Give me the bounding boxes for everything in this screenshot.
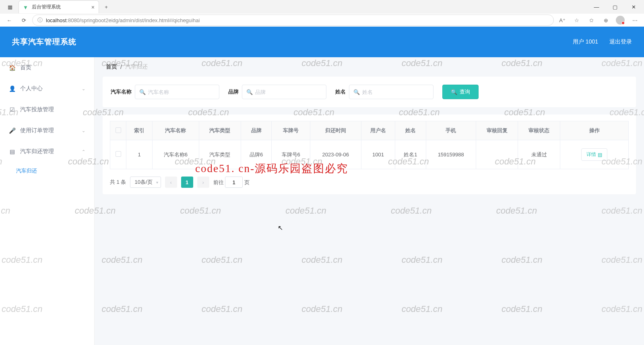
breadcrumb-home[interactable]: 首页 — [106, 63, 117, 71]
chevron-down-icon: ⌄ — [82, 128, 85, 133]
sidebar-item-label: 个人中心 — [20, 85, 43, 92]
data-table: 索引 汽车名称 汽车类型 品牌 车牌号 归还时间 用户名 姓名 手机 审核回复 … — [110, 121, 629, 169]
doc-icon: ▤ — [598, 152, 602, 158]
cell-cust-name: 姓名1 — [395, 140, 426, 169]
th-index: 索引 — [126, 121, 153, 140]
th-car-name: 汽车名称 — [153, 121, 199, 140]
maximize-icon[interactable]: ▢ — [606, 1, 624, 13]
info-icon: ⓘ — [37, 17, 43, 24]
table-header-row: 索引 汽车名称 汽车类型 品牌 车牌号 归还时间 用户名 姓名 手机 审核回复 … — [110, 121, 629, 140]
search-icon: 🔍 — [246, 89, 253, 95]
person-icon: 👤 — [9, 85, 15, 92]
search-icon: 🔍 — [139, 89, 146, 95]
mic-icon: 🎤 — [9, 127, 15, 134]
sidebar-toggle-icon[interactable]: ▦ — [6, 3, 14, 10]
more-icon[interactable]: ⋯ — [629, 15, 641, 26]
car-name-input[interactable]: 🔍 — [135, 85, 219, 99]
close-icon[interactable]: × — [91, 4, 95, 10]
person-input[interactable]: 🔍 — [349, 85, 433, 99]
favicon-icon: ▼ — [23, 4, 29, 10]
cell-return-time: 2023-09-06 — [310, 140, 361, 169]
sidebar-item-label: 汽车归还管理 — [20, 148, 54, 155]
th-phone: 手机 — [426, 121, 476, 140]
browser-chrome: ▦ ▼ 后台管理系统 × + — ▢ ✕ ← ⟳ ⓘ localhost:808… — [0, 0, 644, 27]
th-action: 操作 — [560, 121, 629, 140]
address-bar: ← ⟳ ⓘ localhost:8080/springboot2eidg/adm… — [0, 14, 644, 27]
sidebar-item-profile[interactable]: 👤 个人中心 ⌄ — [0, 78, 94, 99]
sidebar-item-car-deploy[interactable]: ☑ 汽车投放管理 — [0, 99, 94, 120]
page-total: 共 1 条 — [110, 179, 126, 186]
refresh-icon[interactable]: ⟳ — [18, 15, 30, 26]
sidebar-item-label: 汽车投放管理 — [20, 106, 54, 113]
checkbox-all[interactable] — [116, 127, 121, 133]
favorites-icon[interactable]: ✩ — [585, 15, 597, 26]
back-icon[interactable]: ← — [3, 15, 15, 26]
chevron-down-icon: ⌄ — [82, 86, 85, 91]
close-window-icon[interactable]: ✕ — [625, 1, 642, 13]
chevron-up-icon: ⌃ — [82, 149, 85, 154]
th-reply: 审核回复 — [476, 121, 518, 140]
cell-car-name: 汽车名称6 — [153, 140, 199, 169]
pagination: 共 1 条 10条/页 ‹ 1 › 前往 页 — [110, 177, 629, 188]
sidebar-item-home[interactable]: 🏠 首页 — [0, 57, 94, 78]
search-panel: 汽车名称 🔍 品牌 🔍 姓名 — [103, 77, 636, 107]
cell-brand: 品牌6 — [241, 140, 272, 169]
th-name: 姓名 — [395, 121, 426, 140]
home-icon: 🏠 — [9, 64, 15, 71]
cell-phone: 159159988 — [426, 140, 476, 169]
label-brand: 品牌 — [228, 88, 239, 96]
page-number-current[interactable]: 1 — [181, 177, 193, 188]
cell-plate: 车牌号6 — [272, 140, 310, 169]
breadcrumb: 首页 / 汽车归还 — [103, 57, 636, 77]
label-car-name: 汽车名称 — [111, 88, 132, 96]
cell-status: 未通过 — [518, 140, 560, 169]
detail-button[interactable]: 详情 ▤ — [581, 148, 607, 161]
search-icon: 🔍 — [353, 89, 360, 95]
minimize-icon[interactable]: — — [588, 1, 605, 13]
check-icon: ☑ — [9, 106, 15, 113]
sidebar: 🏠 首页 👤 个人中心 ⌄ ☑ 汽车投放管理 🎤 使用订单管理 ⌄ ▤ 汽车归还… — [0, 57, 95, 345]
page-jump-input[interactable] — [225, 177, 243, 188]
prev-page-button[interactable]: ‹ — [165, 177, 177, 188]
th-username: 用户名 — [361, 121, 395, 140]
query-button[interactable]: 🔍 查询 — [442, 85, 479, 99]
sidebar-subitem-label: 汽车归还 — [16, 167, 37, 175]
cell-car-type: 汽车类型 — [199, 140, 241, 169]
url-input[interactable]: ⓘ localhost:8080/springboot2eidg/admin/d… — [32, 15, 554, 26]
breadcrumb-current: 汽车归还 — [125, 63, 148, 71]
tab-bar: ▦ ▼ 后台管理系统 × + — ▢ ✕ — [0, 0, 644, 14]
sidebar-item-label: 首页 — [20, 64, 31, 71]
profile-icon[interactable] — [614, 15, 626, 26]
page-size-select[interactable]: 10条/页 — [130, 177, 161, 188]
read-aloud-icon[interactable]: A⁺ — [556, 15, 568, 26]
sidebar-subitem-car-return[interactable]: 汽车归还 — [0, 162, 94, 180]
cell-username: 1001 — [361, 140, 395, 169]
sidebar-item-car-return[interactable]: ▤ 汽车归还管理 ⌃ — [0, 141, 94, 162]
th-status: 审核状态 — [518, 121, 560, 140]
cell-reply — [476, 140, 518, 169]
next-page-button[interactable]: › — [197, 177, 209, 188]
header-user[interactable]: 用户 1001 — [573, 38, 598, 46]
search-icon: 🔍 — [451, 89, 457, 95]
collections-icon[interactable]: ⊕ — [600, 15, 612, 26]
module-icon: ▤ — [9, 148, 15, 155]
tab-title: 后台管理系统 — [32, 4, 88, 10]
label-person: 姓名 — [335, 88, 346, 96]
new-tab-button[interactable]: + — [101, 1, 112, 12]
app-header: 共享汽车管理系统 用户 1001 退出登录 — [0, 27, 644, 57]
page-jump: 前往 页 — [213, 177, 250, 188]
brand-input[interactable]: 🔍 — [242, 85, 326, 99]
th-car-type: 汽车类型 — [199, 121, 241, 140]
th-return-time: 归还时间 — [310, 121, 361, 140]
table-row: 1 汽车名称6 汽车类型 品牌6 车牌号6 2023-09-06 1001 姓名… — [110, 140, 629, 169]
app-logo: 共享汽车管理系统 — [12, 37, 76, 47]
th-plate: 车牌号 — [272, 121, 310, 140]
browser-tab[interactable]: ▼ 后台管理系统 × — [19, 0, 99, 13]
checkbox-row[interactable] — [116, 151, 121, 157]
logout-button[interactable]: 退出登录 — [609, 38, 632, 46]
table-panel: 索引 汽车名称 汽车类型 品牌 车牌号 归还时间 用户名 姓名 手机 审核回复 … — [103, 114, 636, 194]
star-icon[interactable]: ☆ — [571, 15, 583, 26]
sidebar-item-label: 使用订单管理 — [20, 127, 54, 134]
cell-index: 1 — [126, 140, 153, 169]
sidebar-item-order[interactable]: 🎤 使用订单管理 ⌄ — [0, 120, 94, 141]
